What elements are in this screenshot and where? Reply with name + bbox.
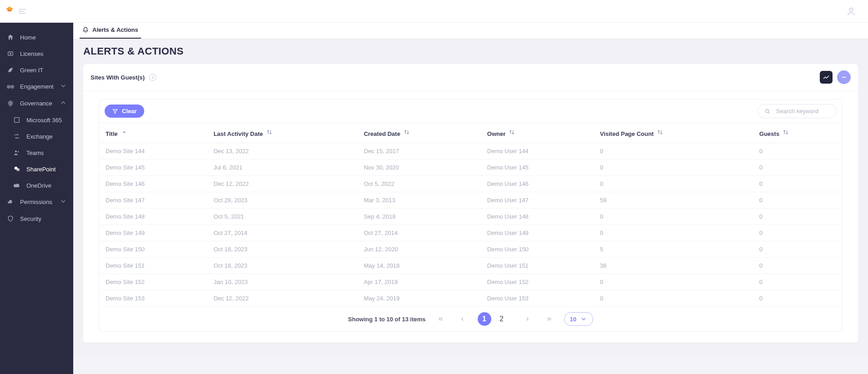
table-row[interactable]: Demo Site 147Oct 28, 2023Mar 3, 2013Demo… (99, 192, 842, 209)
pagination-info: Showing 1 to 10 of 13 items (348, 316, 425, 323)
cell-visited: 36 (594, 258, 753, 274)
cell-title: Demo Site 151 (99, 258, 207, 274)
sidebar-item-onedrive[interactable]: OneDrive (0, 177, 73, 194)
sidebar-item-security[interactable]: Security (0, 210, 73, 227)
shield-icon (6, 214, 15, 223)
sidebar-item-permissions[interactable]: Permissions (0, 194, 73, 210)
cell-last: Dec 13, 2022 (207, 143, 357, 160)
sidebar-item-engagement[interactable]: Engagement (0, 78, 73, 95)
table-row[interactable]: Demo Site 151Oct 18, 2023May 14, 2018Dem… (99, 258, 842, 274)
sidebar-item-label: Permissions (20, 199, 52, 205)
cell-last: Oct 18, 2023 (207, 258, 357, 274)
cell-guests: 0 (753, 274, 842, 290)
table-row[interactable]: Demo Site 149Oct 27, 2014Oct 27, 2014Dem… (99, 225, 842, 241)
search-box[interactable] (757, 104, 837, 118)
pager-next[interactable] (520, 312, 534, 326)
chart-icon[interactable] (820, 71, 833, 84)
cell-last: Dec 12, 2022 (207, 290, 357, 307)
svg-point-11 (15, 150, 17, 152)
card-title: Sites With Guest(s) (91, 74, 145, 81)
col-title[interactable]: Title (99, 123, 207, 143)
sidebar-item-label: Teams (26, 150, 44, 156)
cell-owner: Demo User 147 (481, 192, 594, 209)
sidebar-item-label: SharePoint (26, 166, 56, 173)
svg-rect-8 (8, 52, 13, 55)
sidebar-item-exchange[interactable]: Exchange (0, 128, 73, 145)
sidebar-item-microsoft365[interactable]: Microsoft 365 (0, 112, 73, 128)
pager-last[interactable] (542, 312, 556, 326)
sidebar-item-label: Licenses (20, 50, 43, 57)
cell-visited: 0 (594, 143, 753, 160)
sidebar-item-governance[interactable]: Governance (0, 95, 73, 112)
cell-owner: Demo User 144 (481, 143, 594, 160)
pager-page-1[interactable]: 1 (478, 312, 491, 326)
col-last-activity[interactable]: Last Activity Date (207, 123, 357, 143)
cell-visited: 0 (594, 274, 753, 290)
search-input[interactable] (775, 107, 830, 115)
cell-visited: 0 (594, 225, 753, 241)
cell-visited: 59 (594, 192, 753, 209)
cell-last: Oct 18, 2023 (207, 241, 357, 258)
sidebar-item-greenit[interactable]: Green IT (0, 62, 73, 78)
clear-button[interactable]: Clear (105, 105, 144, 118)
table-row[interactable]: Demo Site 148Oct 5, 2021Sep 4, 2018Demo … (99, 209, 842, 225)
cell-owner: Demo User 149 (481, 225, 594, 241)
profile-button[interactable] (846, 6, 856, 16)
svg-point-12 (18, 151, 19, 153)
info-icon[interactable]: i (149, 74, 156, 81)
cell-guests: 0 (753, 225, 842, 241)
table-row[interactable]: Demo Site 152Jan 10, 2023Apr 17, 2019Dem… (99, 274, 842, 290)
sidebar-item-sharepoint[interactable]: SharePoint (0, 161, 73, 177)
pager-first[interactable] (434, 312, 448, 326)
table-toolbar: Clear (99, 99, 843, 123)
table-row[interactable]: Demo Site 145Jul 6, 2021Nov 30, 2020Demo… (99, 160, 842, 176)
cell-guests: 0 (753, 143, 842, 160)
tab-label: Alerts & Actions (92, 26, 138, 33)
sidebar-item-licenses[interactable]: Licenses (0, 45, 73, 62)
col-guests[interactable]: Guests (753, 123, 842, 143)
tabbar: Alerts & Actions (73, 23, 868, 39)
svg-point-16 (766, 109, 769, 112)
cell-created: Sep 4, 2018 (358, 209, 481, 225)
page-title: ALERTS & ACTIONS (73, 39, 868, 64)
cell-guests: 0 (753, 241, 842, 258)
collapse-button[interactable] (837, 70, 851, 84)
cell-created: Jun 12, 2020 (358, 241, 481, 258)
data-table: Title Last Activity Date Created Date Ow… (99, 123, 842, 307)
tab-alerts-actions[interactable]: Alerts & Actions (80, 23, 141, 39)
cell-created: May 14, 2018 (358, 258, 481, 274)
table-row[interactable]: Demo Site 144Dec 13, 2022Dec 15, 2017Dem… (99, 143, 842, 160)
cell-guests: 0 (753, 209, 842, 225)
cell-guests: 0 (753, 176, 842, 192)
bell-icon (82, 27, 89, 33)
col-created-date[interactable]: Created Date (358, 123, 481, 143)
cell-visited: 0 (594, 176, 753, 192)
table-row[interactable]: Demo Site 146Dec 12, 2022Oct 5, 2022Demo… (99, 176, 842, 192)
pager-prev[interactable] (456, 312, 469, 326)
cell-title: Demo Site 152 (99, 274, 207, 290)
menu-toggle[interactable] (15, 5, 29, 17)
svg-point-14 (16, 168, 20, 171)
table-row[interactable]: Demo Site 150Oct 18, 2023Jun 12, 2020Dem… (99, 241, 842, 258)
cell-owner: Demo User 152 (481, 274, 594, 290)
sidebar-item-teams[interactable]: Teams (0, 145, 73, 161)
col-visited-page-count[interactable]: Visited Page Count (594, 123, 753, 143)
chevron-down-icon (580, 315, 587, 323)
sidebar-item-home[interactable]: Home (0, 29, 73, 45)
cell-created: Apr 17, 2019 (358, 274, 481, 290)
exchange-icon (13, 132, 21, 140)
leaf-icon (6, 66, 15, 74)
chevron-up-icon (60, 99, 67, 108)
cell-title: Demo Site 153 (99, 290, 207, 307)
col-owner[interactable]: Owner (481, 123, 594, 143)
cell-title: Demo Site 146 (99, 176, 207, 192)
table-row[interactable]: Demo Site 153Dec 12, 2022May 24, 2019Dem… (99, 290, 842, 307)
cell-last: Jan 10, 2023 (207, 274, 357, 290)
page-size-select[interactable]: 10 (564, 312, 593, 326)
sidebar-item-label: Home (20, 34, 36, 41)
cell-guests: 0 (753, 160, 842, 176)
cell-visited: 0 (594, 290, 753, 307)
m365-icon (13, 116, 21, 124)
sort-icon (656, 129, 664, 136)
pager-page-2[interactable]: 2 (495, 312, 509, 326)
